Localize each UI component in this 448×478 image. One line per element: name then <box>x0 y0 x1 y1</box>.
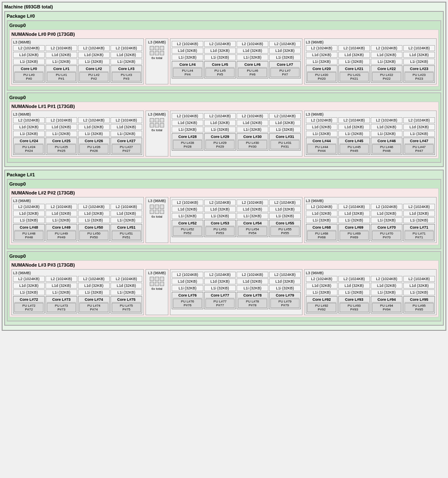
topology-dot <box>150 118 154 122</box>
cache-box-l1i32kb: L1i (32KB) <box>237 213 268 219</box>
core-label: Core L#77 <box>205 293 235 298</box>
l3-mid-label: L3 (96MB) <box>148 112 166 116</box>
core-box: Core L#76PU L#76 P#76 <box>172 292 203 309</box>
cache-box-l1i32kb: L1i (32KB) <box>13 217 45 223</box>
core-box: Core L#49PU L#49 P#49 <box>46 224 77 241</box>
l3-label: L3 (96MB) <box>13 199 142 203</box>
core-box: Core L#54PU L#54 P#54 <box>237 220 268 237</box>
core-box: Core L#77PU L#77 P#77 <box>204 292 236 309</box>
cache-box-l1d32kb: L1d (32KB) <box>13 124 45 130</box>
cache-box-l1d32kb: L1d (32KB) <box>111 211 142 216</box>
pu-box: PU L#51 P#51 <box>112 231 141 240</box>
core-label: Core L#24 <box>14 139 43 144</box>
cache-box-l21024kb: L2 (1024KB) <box>46 276 77 282</box>
cache-box-l21024kb: L2 (1024KB) <box>111 276 142 282</box>
pu-box: PU L#30 P#30 <box>238 140 267 149</box>
core-box: Core L#72PU L#72 P#72 <box>13 296 45 313</box>
cache-box-l1d32kb: L1d (32KB) <box>403 124 435 130</box>
group: Group0NUMANode L#0 P#0 (173GB)L3 (96MB)L… <box>7 20 441 91</box>
cache-box-l21024kb: L2 (1024KB) <box>306 276 337 282</box>
cache-box-l1d32kb: L1d (32KB) <box>46 52 77 58</box>
cache-box-l21024kb: L2 (1024KB) <box>172 200 203 205</box>
cache-box-l1d32kb: L1d (32KB) <box>306 52 337 58</box>
six-total-label: 6x total <box>151 287 162 291</box>
core-label: Core L#71 <box>405 225 434 230</box>
core-label: Core L#6 <box>238 62 267 68</box>
cache-box-l21024kb: L2 (1024KB) <box>371 204 402 210</box>
pu-box: PU L#71 P#71 <box>405 231 434 240</box>
pu-box: PU L#20 P#20 <box>307 72 336 81</box>
l3-mid-label: L3 (96MB) <box>148 271 166 275</box>
cache-box-l21024kb: L2 (1024KB) <box>13 276 45 282</box>
cache-box-l1d32kb: L1d (32KB) <box>78 211 110 216</box>
cache-box-l1d32kb: L1d (32KB) <box>46 211 77 216</box>
cache-box-l1i32kb: L1i (32KB) <box>269 127 301 132</box>
topology-dot <box>155 282 159 286</box>
cache-box-l1d32kb: L1d (32KB) <box>403 283 435 289</box>
pu-box: PU L#4 P#4 <box>173 68 202 77</box>
cache-box-l21024kb: L2 (1024KB) <box>204 272 236 278</box>
pu-box: PU L#52 P#52 <box>173 227 202 236</box>
cache-box-l1d32kb: L1d (32KB) <box>269 120 301 126</box>
cache-box-l1d32kb: L1d (32KB) <box>306 211 337 216</box>
core-label: Core L#79 <box>270 293 300 298</box>
l3-mid-label: L3 (96MB) <box>148 199 166 203</box>
core-label: Core L#47 <box>405 139 434 144</box>
cache-box-l1i32kb: L1i (32KB) <box>78 131 110 137</box>
core-label: Core L#31 <box>270 135 300 140</box>
core-label: Core L#53 <box>205 221 235 226</box>
pu-box: PU L#26 P#26 <box>79 144 108 154</box>
pu-box: PU L#48 P#48 <box>14 231 43 240</box>
cache-box-l21024kb: L2 (1024KB) <box>172 113 203 119</box>
cache-box-l1i32kb: L1i (32KB) <box>269 285 301 291</box>
core-label: Core L#45 <box>340 139 369 144</box>
cache-box-l1d32kb: L1d (32KB) <box>172 206 203 212</box>
l3-label: L3 (96MB) <box>13 112 142 116</box>
cache-box-l1d32kb: L1d (32KB) <box>269 48 301 54</box>
core-box: Core L#2PU L#2 P#2 <box>78 65 110 83</box>
core-label: Core L#5 <box>205 62 235 68</box>
cache-box-l1d32kb: L1d (32KB) <box>204 120 236 126</box>
cache-box-l1d32kb: L1d (32KB) <box>371 124 402 130</box>
core-box: Core L#26PU L#26 P#26 <box>78 138 110 155</box>
package: Package L#0Group0NUMANode L#0 P#0 (173GB… <box>4 11 444 167</box>
cache-box-l1i32kb: L1i (32KB) <box>111 289 142 295</box>
cache-box-l21024kb: L2 (1024KB) <box>78 45 110 51</box>
topology-dot <box>150 51 154 55</box>
core-box: Core L#53PU L#53 P#53 <box>204 220 236 237</box>
pu-box: PU L#55 P#55 <box>270 227 300 236</box>
cache-box-l21024kb: L2 (1024KB) <box>269 272 301 278</box>
core-label: Core L#51 <box>112 225 141 230</box>
pu-box: PU L#78 P#78 <box>238 299 267 308</box>
cache-box-l1d32kb: L1d (32KB) <box>338 52 370 58</box>
cache-box-l1i32kb: L1i (32KB) <box>338 217 370 223</box>
core-label: Core L#21 <box>340 67 369 72</box>
cache-box-l21024kb: L2 (1024KB) <box>204 200 236 205</box>
cache-box-l1i32kb: L1i (32KB) <box>172 213 203 219</box>
pu-box: PU L#44 P#44 <box>307 144 336 154</box>
cache-box-l21024kb: L2 (1024KB) <box>403 204 435 210</box>
cache-box-l1d32kb: L1d (32KB) <box>13 211 45 216</box>
core-box: Core L#45PU L#45 P#45 <box>338 138 370 155</box>
pu-box: PU L#53 P#53 <box>205 227 235 236</box>
pu-box: PU L#47 P#47 <box>405 144 434 154</box>
cache-box-l21024kb: L2 (1024KB) <box>172 272 203 278</box>
cache-box-l21024kb: L2 (1024KB) <box>237 41 268 47</box>
core-label: Core L#30 <box>238 135 267 140</box>
core-box: Core L#47PU L#47 P#47 <box>403 138 435 155</box>
package-title: Package L#0 <box>7 14 441 19</box>
cache-box-l1i32kb: L1i (32KB) <box>338 59 370 65</box>
package: Package L#1Group0NUMANode L#2 P#2 (173GB… <box>4 170 444 326</box>
cache-box-l1i32kb: L1i (32KB) <box>111 217 142 223</box>
topology-dot <box>150 282 154 286</box>
pu-box: PU L#49 P#49 <box>47 231 76 240</box>
cache-box-l21024kb: L2 (1024KB) <box>46 117 77 123</box>
core-label: Core L#54 <box>238 221 267 226</box>
core-label: Core L#3 <box>112 67 141 72</box>
numa-node: NUMANode L#1 P#1 (173GB)L3 (96MB)L2 (102… <box>9 102 439 159</box>
core-box: Core L#20PU L#20 P#20 <box>306 65 337 83</box>
core-box: Core L#71PU L#71 P#71 <box>403 224 435 241</box>
core-box: Core L#30PU L#30 P#30 <box>237 133 268 151</box>
cache-box-l21024kb: L2 (1024KB) <box>306 204 337 210</box>
core-label: Core L#27 <box>112 139 141 144</box>
